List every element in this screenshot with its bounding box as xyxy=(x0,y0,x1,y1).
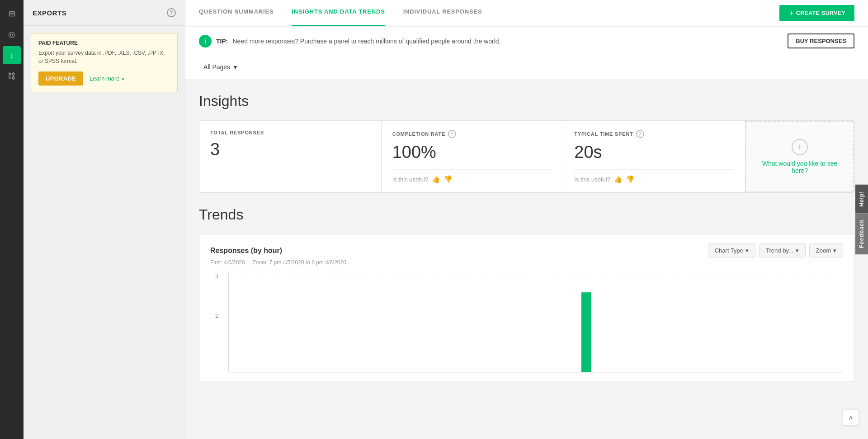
chart-type-button[interactable]: Chart Type ▾ xyxy=(708,243,755,258)
insights-section: Insights TOTAL RESPONSES 3 COMPLETION RA… xyxy=(185,79,868,202)
trends-buttons: Chart Type ▾ Trend by... ▾ Zoom ▾ xyxy=(708,243,843,258)
metric-total-responses-value: 3 xyxy=(210,140,370,159)
paid-feature-actions: UPGRADE Learn more » xyxy=(38,72,170,86)
thumbs-up-completion[interactable]: 👍 xyxy=(432,175,440,183)
chart-container: 3 2 xyxy=(210,273,843,372)
trends-section: Trends Responses (by hour) Chart Type ▾ … xyxy=(185,202,868,396)
chart-bar-1 xyxy=(581,292,591,372)
trend-by-button[interactable]: Trend by... ▾ xyxy=(759,243,806,258)
trends-section-title: Trends xyxy=(199,206,854,223)
metric-typical-time-feedback: Is this useful? 👍 👎 xyxy=(574,169,734,183)
pages-dropdown-arrow: ▾ xyxy=(234,63,237,71)
trends-subtitle: First: 4/6/2020 Zoom: 7 pm 4/5/2020 to 6… xyxy=(210,259,843,266)
metric-typical-time-label: TYPICAL TIME SPENT ? xyxy=(574,130,734,138)
buy-responses-button[interactable]: BUY RESPONSES xyxy=(788,33,854,48)
completion-rate-help-icon[interactable]: ? xyxy=(448,130,456,138)
add-metric-text: What would you like to see here? xyxy=(755,160,844,174)
thumbs-up-time[interactable]: 👍 xyxy=(614,175,623,183)
metric-completion-rate: COMPLETION RATE ? 100% Is this useful? 👍… xyxy=(382,121,564,192)
add-metric-icon: + xyxy=(792,139,808,155)
metric-typical-time-value: 20s xyxy=(574,143,734,162)
tip-banner: i TIP: Need more responses? Purchase a p… xyxy=(185,27,868,55)
paid-feature-box: PAID FEATURE Export your survey data in … xyxy=(31,33,178,92)
tip-label: TIP: xyxy=(216,38,228,45)
typical-time-feedback-text: Is this useful? xyxy=(574,176,610,183)
trends-card-header: Responses (by hour) Chart Type ▾ Trend b… xyxy=(210,243,843,258)
paid-feature-description: Export your survey data in .PDF, .XLS, .… xyxy=(38,49,170,65)
upgrade-button[interactable]: UPGRADE xyxy=(38,72,83,86)
download-icon[interactable]: ↓ xyxy=(3,46,21,64)
add-metric-card[interactable]: + What would you like to see here? xyxy=(745,121,854,192)
chart-grid-line-3 xyxy=(229,273,843,273)
icon-sidebar: ⊞ ◎ ↓ ⛓ xyxy=(0,0,24,439)
metrics-row: TOTAL RESPONSES 3 COMPLETION RATE ? 100%… xyxy=(199,120,854,193)
tab-question-summaries[interactable]: QUESTION SUMMARIES xyxy=(199,0,274,26)
exports-help-icon[interactable]: ? xyxy=(167,8,176,17)
feedback-edge-button[interactable]: Feedback xyxy=(855,213,868,254)
tip-icon: i xyxy=(199,35,212,48)
tab-insights-data-trends[interactable]: INSIGHTS AND DATA TRENDS xyxy=(292,0,385,26)
insights-section-title: Insights xyxy=(199,93,854,110)
metric-completion-rate-label: COMPLETION RATE ? xyxy=(392,130,552,138)
chart-y-label-2: 2 xyxy=(215,313,218,319)
main-content: QUESTION SUMMARIES INSIGHTS AND DATA TRE… xyxy=(185,0,868,439)
filter-icon[interactable]: ⊞ xyxy=(3,5,21,23)
paid-feature-title: PAID FEATURE xyxy=(38,40,170,46)
metric-completion-rate-value: 100% xyxy=(392,143,552,162)
pages-dropdown-label: All Pages xyxy=(203,63,230,71)
pages-filter-bar: All Pages ▾ xyxy=(185,55,868,79)
chart-area: 3 2 xyxy=(228,273,843,372)
exports-panel: EXPORTS ? PAID FEATURE Export your surve… xyxy=(24,0,185,439)
help-edge-button[interactable]: Help! xyxy=(855,185,868,213)
tab-bar: QUESTION SUMMARIES INSIGHTS AND DATA TRE… xyxy=(185,0,868,27)
zoom-button[interactable]: Zoom ▾ xyxy=(809,243,843,258)
metric-typical-time-spent: TYPICAL TIME SPENT ? 20s Is this useful?… xyxy=(563,121,745,192)
chart-y-label-3: 3 xyxy=(215,273,218,279)
right-edge-buttons: Help! Feedback xyxy=(855,185,868,254)
trends-zoom-label: Zoom: 7 pm 4/5/2020 to 6 pm 4/6/2020 xyxy=(252,259,346,266)
learn-more-link[interactable]: Learn more » xyxy=(90,75,124,82)
exports-header: EXPORTS ? xyxy=(24,0,185,26)
typical-time-help-icon[interactable]: ? xyxy=(636,130,644,138)
content-area: i TIP: Need more responses? Purchase a p… xyxy=(185,27,868,439)
thumbs-down-time[interactable]: 👎 xyxy=(626,175,635,183)
metric-total-responses: TOTAL RESPONSES 3 xyxy=(199,121,382,192)
tab-bar-right: ＋ CREATE SURVEY xyxy=(779,5,854,21)
metric-total-responses-label: TOTAL RESPONSES xyxy=(210,130,370,135)
tab-individual-responses[interactable]: INDIVIDUAL RESPONSES xyxy=(403,0,482,26)
eye-icon[interactable]: ◎ xyxy=(3,25,21,43)
completion-rate-feedback-text: Is this useful? xyxy=(392,176,429,183)
create-survey-button[interactable]: ＋ CREATE SURVEY xyxy=(779,5,854,21)
trends-first-label: First: 4/6/2020 xyxy=(210,259,245,266)
tip-text: Need more responses? Purchase a panel to… xyxy=(232,38,783,45)
exports-title: EXPORTS xyxy=(33,9,66,17)
pages-dropdown[interactable]: All Pages ▾ xyxy=(199,61,241,73)
thumbs-down-completion[interactable]: 👎 xyxy=(444,175,453,183)
metric-completion-rate-feedback: Is this useful? 👍 👎 xyxy=(392,169,552,183)
link-icon[interactable]: ⛓ xyxy=(3,67,21,85)
trends-chart-title: Responses (by hour) xyxy=(210,247,282,255)
scroll-to-top-button[interactable]: ∧ xyxy=(843,409,859,425)
chart-grid-line-2 xyxy=(229,313,843,313)
trends-card: Responses (by hour) Chart Type ▾ Trend b… xyxy=(199,234,854,382)
